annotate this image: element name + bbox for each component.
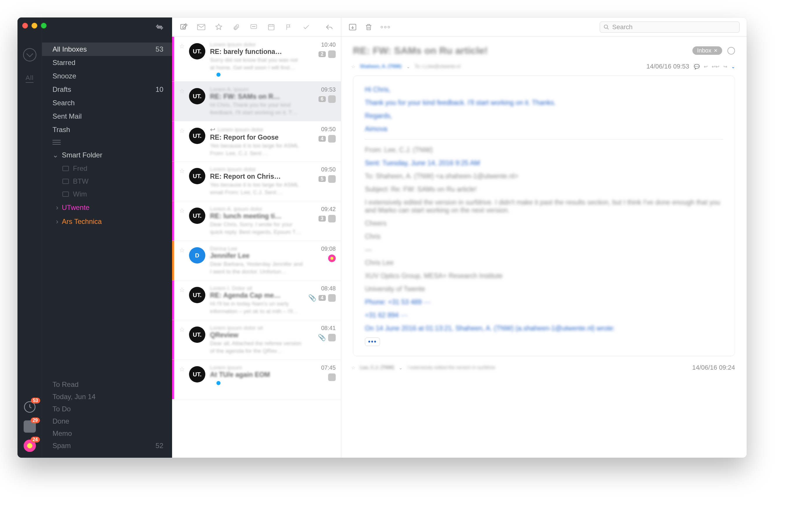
smart-folder-btw[interactable]: BTW bbox=[42, 175, 172, 188]
chat-icon[interactable] bbox=[249, 24, 258, 31]
star-icon[interactable]: ☆ bbox=[179, 42, 184, 77]
bottom-done[interactable]: Done bbox=[53, 415, 172, 427]
nav-starred[interactable]: Starred bbox=[42, 56, 172, 69]
search-placeholder: Search bbox=[612, 23, 633, 31]
smart-folder-label: Smart Folder bbox=[62, 151, 103, 159]
calendar-icon[interactable] bbox=[267, 23, 276, 31]
message-row[interactable]: ☆ UT. Lorem A. ipsum RE: FW: SAMs on R… … bbox=[172, 82, 341, 121]
mail-icon[interactable] bbox=[197, 24, 206, 30]
message-list: ☆ UT. Lorem ipsum dolor RE: barely funct… bbox=[172, 18, 341, 458]
star-icon[interactable]: ☆ bbox=[179, 87, 184, 116]
nav-trash[interactable]: Trash bbox=[42, 123, 172, 136]
reader-toolbar: Search bbox=[341, 18, 747, 37]
star-icon[interactable]: ☆ bbox=[179, 366, 184, 394]
star-icon[interactable]: ☆ bbox=[179, 127, 184, 156]
svg-rect-8 bbox=[268, 25, 274, 30]
star-icon[interactable]: ☆ bbox=[351, 64, 355, 69]
svg-point-0 bbox=[23, 49, 36, 61]
read-toggle[interactable] bbox=[727, 47, 735, 55]
message-date: 14/06/16 09:53 bbox=[646, 63, 689, 70]
rail-clock-badge[interactable]: 53 bbox=[23, 400, 36, 414]
more-icon[interactable] bbox=[380, 25, 390, 29]
star-icon[interactable] bbox=[214, 23, 224, 31]
clock-icon[interactable] bbox=[22, 47, 37, 62]
avatar: UT. bbox=[189, 88, 205, 104]
unread-dot bbox=[216, 72, 221, 77]
prev-from: Lee, C.J. (TNW) bbox=[360, 365, 394, 370]
message-row[interactable]: ☆ UT. Lorem ipsum dolor RE: Report on Ch… bbox=[172, 161, 341, 201]
bottom-to-do[interactable]: To Do bbox=[53, 403, 172, 415]
message-row[interactable]: ☆ UT. Lorem I. Dolor sit RE: Agenda Cap … bbox=[172, 280, 341, 320]
svg-rect-3 bbox=[198, 24, 205, 30]
prev-subject: I extensively edited the version in surf… bbox=[407, 365, 495, 370]
minimize-window[interactable] bbox=[31, 23, 37, 29]
smart-folder-fred[interactable]: Fred bbox=[42, 162, 172, 175]
smart-folder-wim[interactable]: Wim bbox=[42, 188, 172, 201]
reply-all-icon[interactable]: ↩↩ bbox=[712, 64, 719, 69]
star-icon[interactable]: ☆ bbox=[179, 167, 184, 196]
avatar: UT. bbox=[189, 208, 205, 224]
check-icon[interactable] bbox=[301, 23, 311, 31]
account-ars-technica[interactable]: ›Ars Technica bbox=[42, 215, 172, 229]
nav-all-inboxes[interactable]: All Inboxes53 bbox=[42, 42, 172, 56]
reader-pane: Search RE: FW: SAMs on Ru article! Inbox… bbox=[341, 18, 747, 458]
all-label[interactable]: All bbox=[26, 74, 33, 83]
search-input[interactable]: Search bbox=[600, 22, 740, 33]
bottom-today-jun-14[interactable]: Today, Jun 14 bbox=[53, 391, 172, 403]
star-icon[interactable]: ☆ bbox=[179, 207, 184, 236]
attach-icon[interactable] bbox=[232, 23, 241, 31]
star-icon[interactable]: ☆ bbox=[351, 365, 355, 370]
nav-drafts[interactable]: Drafts10 bbox=[42, 83, 172, 96]
message-row[interactable]: ☆ UT. Lorem ipsum At TU/e again EOM 07:4… bbox=[172, 360, 341, 399]
from-name[interactable]: Shaheen, A. (TNW) bbox=[360, 64, 402, 69]
nav-list: All Inboxes53StarredSnoozeDrafts10Search… bbox=[42, 37, 172, 136]
previous-message-header[interactable]: ☆ Lee, C.J. (TNW) ⌄ I extensively edited… bbox=[341, 356, 747, 371]
svg-point-7 bbox=[255, 26, 255, 27]
rail-avatar-1[interactable]: 29 bbox=[24, 420, 36, 433]
sidebar-rail: All 53 29 24 bbox=[18, 18, 42, 458]
message-row[interactable]: ☆ UT. Lorem ipsum dolor RE: barely funct… bbox=[172, 37, 341, 82]
message-body: Hi Chris,Thank you for your kind feedbac… bbox=[353, 75, 735, 356]
expand-icon[interactable]: ⌄ bbox=[731, 64, 735, 69]
message-row[interactable]: ☆ UT. Lorem ipsum dolor sit QReview Dear… bbox=[172, 320, 341, 360]
bottom-spam[interactable]: Spam52 bbox=[53, 439, 172, 452]
zoom-window[interactable] bbox=[41, 23, 47, 29]
reply-icon[interactable] bbox=[325, 23, 334, 31]
message-row[interactable]: ☆ UT. Lorem A. ipsum dolor RE: lunch mee… bbox=[172, 201, 341, 241]
prev-date: 14/06/16 09:24 bbox=[692, 364, 735, 371]
nav-sent-mail[interactable]: Sent Mail bbox=[42, 110, 172, 123]
inbox-tag[interactable]: Inbox✕ bbox=[692, 47, 722, 55]
rail-avatar-2[interactable]: 24 bbox=[24, 439, 36, 452]
to-field: To: c.j.lee@utwente.nl bbox=[415, 64, 461, 69]
chevron-down-icon[interactable]: ⌄ bbox=[406, 64, 410, 69]
star-icon[interactable]: ☆ bbox=[179, 286, 184, 315]
sync-icon[interactable] bbox=[155, 23, 164, 31]
bottom-to-read[interactable]: To Read bbox=[53, 378, 172, 391]
account-utwente[interactable]: ›UTwente bbox=[42, 201, 172, 215]
nav-snooze[interactable]: Snooze bbox=[42, 69, 172, 83]
menu-icon[interactable] bbox=[53, 140, 61, 145]
flag-icon[interactable] bbox=[284, 23, 293, 31]
message-header: ☆ Shaheen, A. (TNW) ⌄ To: c.j.lee@utwent… bbox=[341, 60, 747, 75]
compose-icon[interactable] bbox=[179, 23, 188, 31]
close-window[interactable] bbox=[22, 23, 28, 29]
reply-icon[interactable]: ↩ bbox=[704, 64, 707, 69]
app-window: All 53 29 24 bbox=[18, 18, 747, 458]
archive-icon[interactable] bbox=[348, 23, 357, 31]
message-row[interactable]: ☆ D Donna Lee Jennifer Lee Dear Barbara,… bbox=[172, 241, 341, 280]
forward-icon[interactable]: ↪ bbox=[723, 64, 727, 69]
chat-icon[interactable]: 💬 bbox=[694, 64, 700, 69]
avatar: UT. bbox=[189, 168, 205, 184]
chevron-down-icon[interactable]: ⌄ bbox=[399, 365, 403, 370]
folders: ⌄ Smart Folder FredBTWWim ›UTwente›Ars T… bbox=[42, 147, 172, 229]
expand-quote[interactable]: ••• bbox=[365, 338, 380, 346]
nav-search[interactable]: Search bbox=[42, 96, 172, 110]
message-row[interactable]: ☆ UT. ↩ Lorem ipsum dolor RE: Report for… bbox=[172, 121, 341, 161]
bottom-memo[interactable]: Memo bbox=[53, 427, 172, 439]
star-icon[interactable]: ☆ bbox=[179, 326, 184, 355]
star-icon[interactable]: ☆ bbox=[179, 247, 184, 275]
trash-icon[interactable] bbox=[365, 23, 373, 31]
sidebar-bottom: To ReadToday, Jun 14To DoDoneMemoSpam52 bbox=[42, 378, 172, 458]
smart-folder-header[interactable]: ⌄ Smart Folder bbox=[42, 148, 172, 162]
svg-point-13 bbox=[604, 25, 608, 28]
